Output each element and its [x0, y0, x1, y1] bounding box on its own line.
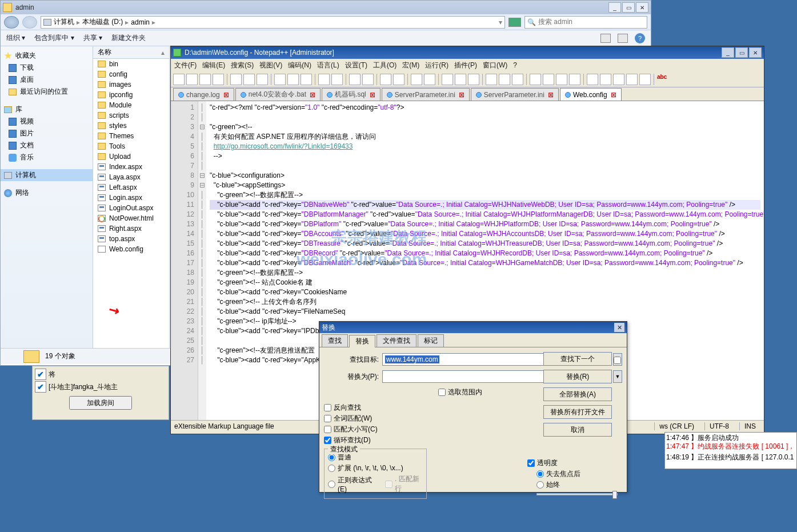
docmap-button[interactable]: [530, 74, 541, 85]
breadcrumb-part[interactable]: admin: [131, 18, 150, 26]
file-item[interactable]: top.aspx: [93, 234, 169, 244]
file-item[interactable]: Laya.aspx: [93, 172, 169, 182]
sidebar-item-recent[interactable]: 最近访问的位置: [1, 86, 93, 98]
tab-close-icon[interactable]: ⊠: [370, 91, 375, 99]
save-all-button[interactable]: [213, 74, 224, 85]
load-room-button[interactable]: [69, 396, 132, 410]
sidebar-network[interactable]: 网络: [1, 187, 93, 199]
menu-item[interactable]: 设置(T): [345, 61, 367, 70]
tab-close-icon[interactable]: ⊠: [310, 91, 315, 99]
zoom-in-button[interactable]: [380, 74, 391, 85]
play-macro-button[interactable]: [613, 74, 624, 85]
file-item[interactable]: Web.config: [93, 244, 169, 254]
spellcheck-button[interactable]: abc: [657, 74, 668, 85]
fold-gutter[interactable]: ││⊟││││⊟⊟││││││││││││││││││: [198, 101, 206, 420]
include-menu[interactable]: 包含到库中 ▾: [34, 33, 74, 43]
opacity-slider[interactable]: [536, 493, 618, 495]
file-item[interactable]: Themes: [93, 131, 169, 141]
maximize-button[interactable]: ▭: [622, 2, 635, 13]
column-header-name[interactable]: 名称▴: [93, 46, 169, 59]
hide-lines-button[interactable]: [512, 74, 523, 85]
replace-all-button[interactable]: 全部替换(A): [543, 387, 612, 401]
editor-tab[interactable]: change.log⊠: [173, 88, 234, 101]
indent-button[interactable]: [468, 74, 479, 85]
search-field[interactable]: 🔍 搜索 admin: [524, 16, 647, 29]
minimize-button[interactable]: _: [722, 47, 734, 58]
menu-item[interactable]: 文件(F): [174, 61, 197, 70]
dialog-tab[interactable]: 查找: [322, 334, 348, 347]
breadcrumb-part[interactable]: 计算机: [54, 17, 74, 27]
opacity-lostfocus-radio[interactable]: 失去焦点后: [536, 469, 618, 479]
unfold-button[interactable]: [499, 74, 510, 85]
menu-item[interactable]: 语言(L): [317, 61, 339, 70]
opacity-checkbox[interactable]: 透明度: [527, 458, 618, 468]
sidebar-computer[interactable]: 计算机: [1, 169, 93, 181]
menu-item[interactable]: 窗口(W): [483, 61, 507, 70]
monitor-button[interactable]: [569, 74, 580, 85]
address-field[interactable]: 计算机 ▸ 本地磁盘 (D:) ▸ admin ▸ ▾: [41, 16, 505, 29]
save-macro-button[interactable]: [639, 74, 651, 85]
mode-extended-radio[interactable]: 扩展 (\n, \r, \t, \0, \x...): [328, 463, 423, 473]
new-file-button[interactable]: [173, 74, 185, 85]
cancel-button[interactable]: 取消: [543, 423, 612, 437]
repeat-macro-button[interactable]: [626, 74, 638, 85]
replace-button[interactable]: 替换(R): [543, 370, 612, 383]
checkbox-icon[interactable]: ✔: [35, 381, 46, 393]
help-button[interactable]: ?: [635, 33, 645, 43]
opacity-always-radio[interactable]: 始终: [536, 480, 618, 490]
file-item[interactable]: bin: [93, 59, 169, 69]
mode-regex-radio[interactable]: 正则表达式(E) . 匹配新行: [328, 474, 423, 494]
editor-tab[interactable]: Web.config⊠: [560, 88, 622, 101]
view-options-button[interactable]: [600, 34, 611, 43]
sidebar-favorites[interactable]: 收藏夹: [1, 50, 93, 62]
file-item[interactable]: Right.aspx: [93, 223, 169, 234]
dialog-tab[interactable]: 文件查找: [377, 334, 416, 347]
preview-pane-button[interactable]: [618, 34, 628, 43]
sidebar-libraries[interactable]: 库: [1, 103, 93, 115]
breadcrumb-part[interactable]: 本地磁盘 (D:): [82, 17, 123, 27]
file-item[interactable]: LoginOut.aspx: [93, 203, 169, 213]
undo-button[interactable]: [318, 74, 330, 85]
sidebar-item-pictures[interactable]: 图片: [1, 127, 93, 139]
menu-item[interactable]: 工具(O): [373, 61, 397, 70]
file-item[interactable]: Login.aspx: [93, 193, 169, 203]
sync-h-button[interactable]: [424, 74, 435, 85]
checkbox-icon[interactable]: ✔: [35, 369, 46, 380]
file-item[interactable]: ipconfig: [93, 90, 169, 100]
explorer-titlebar[interactable]: admin _ ▭ ✕: [1, 1, 651, 14]
file-item[interactable]: Left.aspx: [93, 182, 169, 193]
redo-button[interactable]: [331, 74, 343, 85]
tab-close-icon[interactable]: ⊠: [611, 91, 616, 99]
find-button[interactable]: [349, 74, 361, 85]
share-menu[interactable]: 共享 ▾: [83, 33, 102, 43]
file-item[interactable]: Upload: [93, 151, 169, 162]
file-item[interactable]: Index.aspx: [93, 162, 169, 172]
close-button[interactable]: ✕: [636, 2, 648, 13]
showall-button[interactable]: [455, 74, 466, 85]
tab-close-icon[interactable]: ⊠: [459, 91, 464, 99]
cut-button[interactable]: [274, 74, 286, 85]
editor-tab[interactable]: 机器码.sql⊠: [322, 88, 381, 101]
editor-tab[interactable]: ServerParameter.ini⊠: [382, 88, 470, 101]
sidebar-item-desktop[interactable]: 桌面: [1, 74, 93, 86]
dialog-tab[interactable]: 替换: [349, 335, 375, 347]
dialog-tab[interactable]: 标记: [418, 334, 444, 347]
sidebar-item-music[interactable]: 音乐: [1, 151, 93, 163]
replace-titlebar[interactable]: 替换 ✕: [319, 322, 627, 333]
close-all-button[interactable]: [243, 74, 255, 85]
file-item[interactable]: images: [93, 79, 169, 90]
zoom-out-button[interactable]: [393, 74, 404, 85]
funclist-button[interactable]: [543, 74, 554, 85]
save-button[interactable]: [199, 74, 211, 85]
paste-button[interactable]: [301, 74, 312, 85]
menu-item[interactable]: 宏(M): [402, 61, 419, 70]
loader-row[interactable]: ✔将: [35, 369, 166, 380]
npp-titlebar[interactable]: D:\admin\Web.config - Notepad++ [Adminis…: [171, 46, 764, 59]
newfolder-button[interactable]: 新建文件夹: [111, 33, 146, 43]
menu-item[interactable]: 插件(P): [454, 61, 477, 70]
menu-item[interactable]: 搜索(S): [231, 61, 254, 70]
minimize-button[interactable]: _: [608, 2, 621, 13]
wordwrap-button[interactable]: [442, 74, 453, 85]
file-item[interactable]: scripts: [93, 110, 169, 121]
file-item[interactable]: styles: [93, 121, 169, 131]
